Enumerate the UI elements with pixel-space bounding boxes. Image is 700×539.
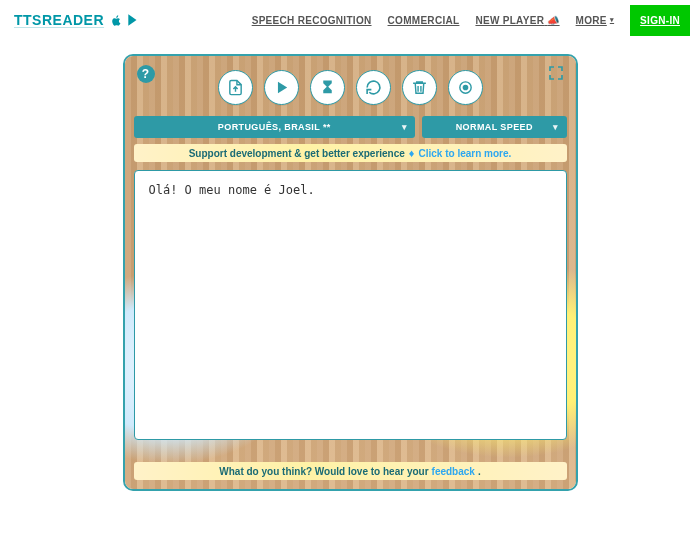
apple-icon[interactable] [110,14,123,27]
record-icon [457,79,474,96]
chevron-down-icon: ▾ [553,122,558,132]
play-icon [273,79,290,96]
promo-bar[interactable]: Support development & get better experie… [134,144,567,162]
selects-row: PORTUGUÊS, BRASIL ** ▾ NORMAL SPEED ▾ [134,116,567,138]
diamond-icon: ♦ [409,147,415,159]
toolbar: ? [134,64,567,110]
text-area-wrap: Olá! O meu nome é Joel. [134,170,567,440]
promo-text: Support development & get better experie… [189,148,405,159]
upload-button[interactable] [218,70,253,105]
svg-point-1 [463,85,467,89]
speed-select-label: NORMAL SPEED [456,122,533,132]
feedback-text: What do you think? Would love to hear yo… [219,466,428,477]
feedback-bar[interactable]: What do you think? Would love to hear yo… [134,462,567,480]
timer-button[interactable] [310,70,345,105]
logo-area[interactable]: TTSREADER [14,12,140,28]
nav-commercial[interactable]: COMMERCIAL [388,15,460,26]
chevron-down-icon: ▾ [610,16,614,24]
nav-new-player-label: NEW PLAYER [475,15,544,26]
signin-button[interactable]: SIGN-IN [630,5,690,36]
feedback-period: . [478,466,481,477]
logo-text[interactable]: TTSREADER [14,12,104,28]
hourglass-icon [319,79,336,96]
nav-more[interactable]: MORE ▾ [576,15,615,26]
nav: SPEECH RECOGNITION COMMERCIAL NEW PLAYER… [252,5,690,36]
player-card: ? [123,54,578,491]
play-store-icon[interactable] [126,13,140,27]
language-select-label: PORTUGUÊS, BRASIL ** [218,122,331,132]
toolbar-buttons [218,70,483,105]
logo-icons [110,13,140,27]
feedback-link[interactable]: feedback [432,466,475,477]
speed-select[interactable]: NORMAL SPEED ▾ [422,116,566,138]
chevron-down-icon: ▾ [402,122,407,132]
fullscreen-button[interactable] [547,64,565,82]
fullscreen-icon [548,65,564,81]
reload-icon [365,79,382,96]
help-button[interactable]: ? [137,65,155,83]
nav-new-player[interactable]: NEW PLAYER 📣 [475,15,559,26]
play-button[interactable] [264,70,299,105]
trash-button[interactable] [402,70,437,105]
text-input[interactable]: Olá! O meu nome é Joel. [149,183,552,427]
record-button[interactable] [448,70,483,105]
trash-icon [411,79,428,96]
nav-more-label: MORE [576,15,607,26]
file-upload-icon [227,79,244,96]
nav-speech-recognition[interactable]: SPEECH RECOGNITION [252,15,372,26]
megaphone-icon: 📣 [547,15,559,26]
promo-cta[interactable]: Click to learn more. [418,148,511,159]
header: TTSREADER SPEECH RECOGNITION COMMERCIAL … [0,0,700,40]
language-select[interactable]: PORTUGUÊS, BRASIL ** ▾ [134,116,416,138]
reload-button[interactable] [356,70,391,105]
